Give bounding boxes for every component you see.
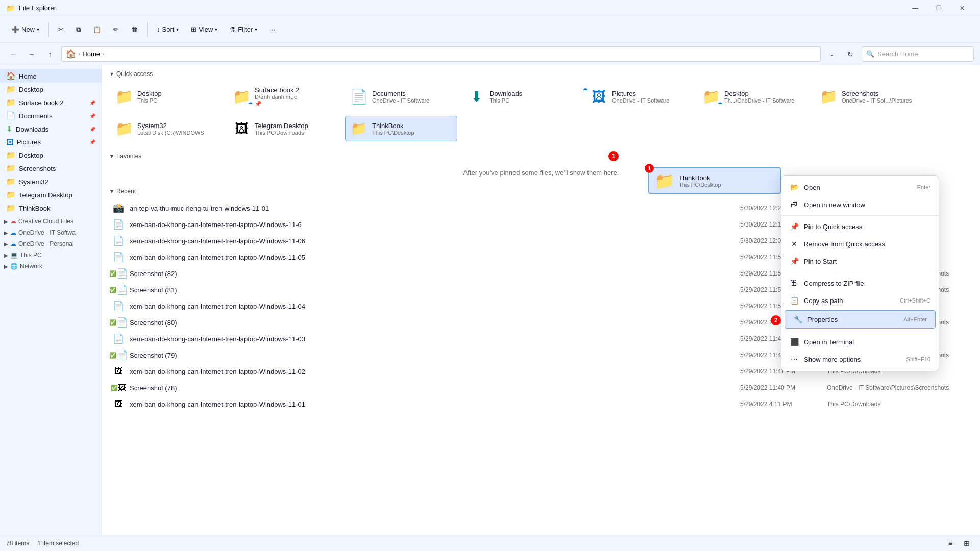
qa-thinkbook-path: This PC\Desktop [372,130,414,136]
sidebar-group-onedrive-it[interactable]: ▶ ☁ OneDrive - IT Softwa [0,226,102,237]
qa-telegram[interactable]: 🖼 Telegram Desktop This PC\Downloads [228,116,340,141]
sidebar-group-network[interactable]: ▶ 🌐 Network [0,260,102,271]
sidebar-item-surface[interactable]: 📁 Surface book 2 📌 [0,96,102,109]
thinkbook-item-name: ThinkBook [679,174,721,182]
pin-icon: 📌 [89,139,95,145]
folder-icon: 📁 [6,204,16,213]
qa-documents[interactable]: 📄 Documents OneDrive - IT Software [345,83,457,111]
view-button[interactable]: ⊞ View ▾ [186,22,223,36]
ctx-more-options[interactable]: ⋯ Show more options Shift+F10 [781,350,939,368]
sidebar-item-telegram[interactable]: 📁 Telegram Desktop [0,188,102,202]
ctx-pin-start[interactable]: 📌 Pin to Start [781,253,939,270]
qa-screenshots-path: OneDrive - IT Sof...\Pictures [842,97,912,104]
ctx-open-shortcut: Enter [917,184,930,190]
ctx-copy-path-label: Copy as path [804,297,895,305]
open-new-window-icon: 🗗 [790,200,799,209]
sort-button[interactable]: ↕ Sort ▾ [152,22,184,36]
recent-item-icon: 📸 [112,202,125,214]
sidebar-item-documents[interactable]: 📄 Documents 📌 [0,109,102,122]
ctx-compress[interactable]: 🗜 Compress to ZIP file [781,274,939,292]
sidebar-item-pictures[interactable]: 🖼 Pictures 📌 [0,136,102,148]
breadcrumb[interactable]: 🏠 › Home › [61,46,821,62]
thinkbook-selected-item[interactable]: 1 📁 ThinkBook This PC\Desktop [648,167,781,194]
delete-button[interactable]: 🗑 [126,22,143,36]
favorites-header[interactable]: ▾ Favorites [102,147,980,163]
filter-label: Filter [238,26,253,33]
back-button[interactable]: ← [6,47,20,61]
recent-item-icon: ✅ 📄 [112,284,125,296]
screenshot-icon: 📄 [116,317,128,328]
dropdown-button[interactable]: ⌄ [825,47,839,61]
refresh-button[interactable]: ↻ [843,47,857,61]
ctx-copy-path[interactable]: 📋 Copy as path Ctrl+Shift+C [781,292,939,309]
quick-access-grid: 📁 Desktop This PC 📁☁ Surface book 2 D\ản… [102,81,980,147]
app-title: File Explorer [19,4,903,12]
sidebar-item-thinkbook[interactable]: 📁 ThinkBook [0,202,102,215]
qa-surface-pin: 📌 [255,101,299,107]
up-button[interactable]: ↑ [43,47,57,61]
paste-button[interactable]: 📋 [88,22,106,36]
qa-downloads[interactable]: ⬇ Downloads This PC [462,83,575,111]
minimize-button[interactable]: — [903,0,927,16]
breadcrumb-arrow: › [102,50,104,58]
qa-screenshots-info: Screenshots OneDrive - IT Sof...\Picture… [842,90,912,104]
qa-system32-info: System32 Local Disk (C:\)WINDOWS [137,122,204,136]
sidebar-item-system32[interactable]: 📁 System32 [0,175,102,188]
sidebar-group-creative[interactable]: ▶ ☁ Creative Cloud Files [0,215,102,226]
sidebar-group-onedrive-personal[interactable]: ▶ ☁ OneDrive - Personal [0,237,102,248]
sidebar-item-desktop2[interactable]: 📁 Desktop [0,148,102,162]
qa-system32-path: Local Disk (C:\)WINDOWS [137,130,204,136]
download-icon: ⬇ [6,124,13,134]
list-item[interactable]: 🖼 xem-ban-do-khong-can-Internet-tren-lap… [110,396,972,412]
recent-item-name: Screenshot (78) [130,384,735,392]
qa-desktop[interactable]: 📁 Desktop This PC [110,83,223,111]
ctx-open[interactable]: 📂 Open Enter [781,179,939,196]
filter-button[interactable]: ⚗ Filter ▾ [225,22,262,36]
maximize-button[interactable]: ❐ [927,0,950,16]
sidebar-item-screenshots[interactable]: 📁 Screenshots [0,162,102,175]
ctx-properties[interactable]: 🔧 Properties Alt+Enter [785,310,936,329]
qa-system32-icon: 📁 [115,119,133,138]
qa-desktop-onedrive[interactable]: 📁☁ Desktop Th...\OneDrive - IT Software [697,83,810,111]
cut-button[interactable]: ✂ [53,22,69,36]
sidebar-group-thispc[interactable]: ▶ 💻 This PC [0,248,102,260]
forward-button[interactable]: → [24,47,39,61]
onedrive-personal-icon: ☁ [10,240,16,247]
close-button[interactable]: ✕ [950,0,974,16]
ctx-open-label: Open [804,184,912,191]
qa-thinkbook[interactable]: 📁 ThinkBook This PC\Desktop [345,116,457,141]
qa-screenshots-icon: 📁 [819,88,838,106]
qa-telegram-name: Telegram Desktop [255,122,308,130]
rename-button[interactable]: ✏ [108,22,124,36]
recent-item-icon: 📄 [112,300,125,312]
ctx-remove-quick[interactable]: ✕ Remove from Quick access [781,235,939,253]
ctx-pin-quick[interactable]: 📌 Pin to Quick access [781,218,939,235]
sidebar-item-downloads[interactable]: ⬇ Downloads 📌 [0,122,102,136]
qa-surface[interactable]: 📁☁ Surface book 2 D\ảnh danh mục 📌 [228,83,340,111]
list-view-button[interactable]: ≡ [943,536,958,550]
toolbar-separator-2 [147,22,148,37]
copy-button[interactable]: ⧉ [71,22,86,37]
qa-screenshots[interactable]: 📁 Screenshots OneDrive - IT Sof...\Pictu… [815,83,927,111]
qa-system32[interactable]: 📁 System32 Local Disk (C:\)WINDOWS [110,116,223,141]
ctx-terminal[interactable]: ⬛ Open in Terminal [781,333,939,350]
selected-count: 1 item selected [37,540,79,547]
more-button[interactable]: ··· [264,22,280,36]
rename-icon: ✏ [113,26,119,33]
sidebar-item-home[interactable]: 🏠 Home [0,69,102,83]
expand-icon: ▶ [4,230,8,236]
quick-access-header[interactable]: ▾ Quick access [102,65,980,81]
new-button[interactable]: ➕ New ▾ [6,22,44,36]
list-item[interactable]: ✅ 🖼 Screenshot (78) 5/29/2022 11:40 PM O… [110,380,972,396]
grid-view-button[interactable]: ⊞ [960,536,974,550]
breadcrumb-current: Home [82,50,100,58]
ctx-more-options-shortcut: Shift+F10 [906,356,930,362]
search-box[interactable]: 🔍 Search Home [862,46,974,62]
onedrive-personal-label: OneDrive - Personal [18,240,74,247]
sidebar-screenshots-label: Screenshots [19,165,95,172]
sidebar-item-desktop[interactable]: 📁 Desktop [0,83,102,96]
qa-pictures[interactable]: ☁ 🖼 Pictures OneDrive - IT Software [580,83,692,111]
folder-icon: 📁 [6,98,16,107]
ctx-open-new-window[interactable]: 🗗 Open in new window [781,196,939,213]
thinkbook-details: ThinkBook This PC\Desktop [679,174,721,188]
